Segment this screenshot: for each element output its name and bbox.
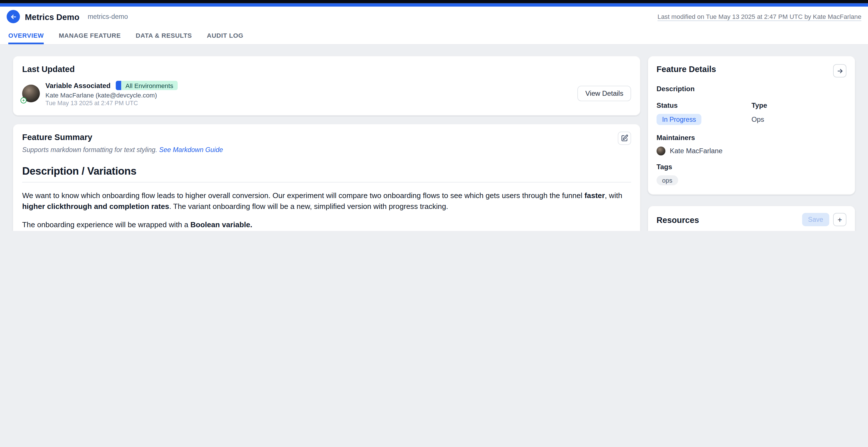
feature-summary-title: Feature Summary	[22, 132, 631, 141]
markdown-hint: Supports markdown formatting for text st…	[22, 146, 631, 154]
environment-badge-label: All Environments	[121, 81, 178, 90]
markdown-hint-text: Supports markdown formatting for text st…	[22, 146, 159, 154]
resources-card: Resources Save + Figma Link	[648, 206, 856, 231]
status-type-grid: Status In Progress Type Ops	[657, 102, 846, 125]
p1-text3: . The variant onboarding flow will be a …	[169, 202, 448, 210]
divider	[22, 182, 631, 183]
save-button[interactable]: Save	[802, 213, 829, 226]
event-timestamp: Tue May 13 2025 at 2:47 PM UTC	[45, 99, 178, 106]
header-top-row: Metrics Demo metrics-demo Last modified …	[0, 7, 868, 27]
last-updated-title: Last Updated	[22, 64, 631, 73]
maintainers-label: Maintainers	[657, 134, 846, 141]
p1-text2: , with	[605, 191, 622, 200]
maintainer-row: Kate MacFarlane	[657, 147, 846, 156]
type-column: Type Ops	[751, 102, 846, 125]
view-details-button[interactable]: View Details	[578, 86, 631, 101]
tab-overview[interactable]: OVERVIEW	[8, 30, 44, 44]
p2-bold-boolean: Boolean variable.	[190, 221, 252, 229]
resources-actions: Save +	[802, 213, 846, 226]
main-column: Last Updated + Variable Associated All E…	[13, 56, 641, 231]
last-modified-text: Last modified on Tue May 13 2025 at 2:47…	[657, 13, 861, 20]
feature-details-card: Feature Details Description Status In Pr…	[648, 56, 856, 195]
tab-manage-feature[interactable]: MANAGE FEATURE	[59, 30, 121, 44]
tag-pill: ops	[657, 175, 678, 185]
description-variations-heading: Description / Variations	[22, 166, 631, 178]
p2-text: The onboarding experience will be wrappe…	[22, 221, 190, 229]
tab-audit-log[interactable]: AUDIT LOG	[207, 30, 244, 44]
avatar	[657, 147, 665, 156]
event-user: Kate MacFarlane (kate@devcycle.com)	[45, 92, 178, 98]
page-content: Last Updated + Variable Associated All E…	[0, 45, 868, 231]
resources-title: Resources	[657, 215, 699, 225]
environment-badge-accent	[116, 81, 121, 90]
event-line: Variable Associated All Environments	[45, 81, 178, 90]
open-feature-details-button[interactable]	[833, 64, 846, 77]
avatar: +	[22, 84, 40, 102]
top-accent-strip	[0, 3, 868, 7]
tab-data-results[interactable]: DATA & RESULTS	[135, 30, 192, 44]
type-label: Type	[751, 102, 846, 109]
app-root: Metrics Demo metrics-demo Last modified …	[0, 0, 868, 231]
arrow-left-icon	[10, 13, 17, 20]
maintainer-name: Kate MacFarlane	[670, 147, 722, 155]
status-badge[interactable]: In Progress	[657, 114, 702, 125]
feature-details-header: Feature Details	[657, 64, 846, 77]
tags-label: Tags	[657, 163, 846, 171]
description-paragraph-1: We want to know which onboarding flow le…	[22, 191, 631, 212]
description-label: Description	[657, 85, 846, 93]
edit-summary-button[interactable]	[618, 132, 631, 145]
p1-text: We want to know which onboarding flow le…	[22, 191, 585, 200]
last-updated-card: Last Updated + Variable Associated All E…	[13, 56, 641, 115]
status-column: Status In Progress	[657, 102, 751, 125]
arrow-right-icon	[836, 67, 843, 74]
type-value: Ops	[751, 115, 846, 123]
last-updated-row: + Variable Associated All Environments K…	[22, 81, 631, 106]
p1-bold-rates: higher clickthrough and completion rates	[22, 202, 169, 210]
resources-header: Resources Save +	[657, 213, 846, 226]
edit-pencil-icon	[621, 134, 628, 142]
p1-bold-faster: faster	[585, 191, 605, 200]
plus-badge-icon: +	[21, 98, 27, 103]
main-tabs: OVERVIEW MANAGE FEATURE DATA & RESULTS A…	[0, 27, 868, 44]
feature-summary-card: Feature Summary Supports markdown format…	[13, 124, 641, 231]
description-paragraph-2: The onboarding experience will be wrappe…	[22, 219, 631, 230]
environment-badge: All Environments	[116, 81, 178, 90]
feature-details-title: Feature Details	[657, 64, 716, 73]
page-header: Metrics Demo metrics-demo Last modified …	[0, 7, 868, 45]
page-slug: metrics-demo	[88, 13, 128, 21]
markdown-guide-link[interactable]: See Markdown Guide	[159, 146, 223, 154]
add-resource-button[interactable]: +	[833, 213, 846, 226]
side-column: Feature Details Description Status In Pr…	[648, 56, 856, 231]
top-dark-strip	[0, 0, 868, 3]
back-button[interactable]	[7, 10, 20, 23]
status-label: Status	[657, 102, 751, 109]
page-title: Metrics Demo	[25, 12, 79, 22]
last-updated-info: Variable Associated All Environments Kat…	[45, 81, 178, 106]
event-name: Variable Associated	[45, 81, 111, 89]
